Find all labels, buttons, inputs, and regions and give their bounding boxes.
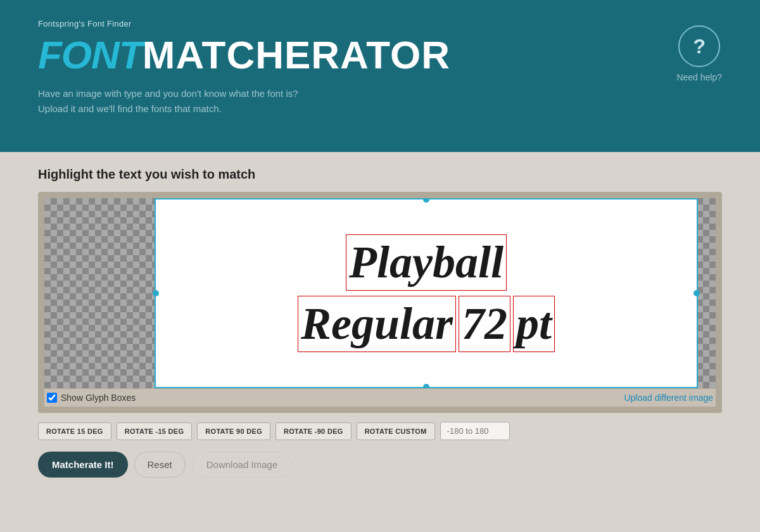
glyph-regular: Regular [298,296,456,352]
upload-different-link[interactable]: Upload different image [624,393,713,403]
image-footer: Show Glyph Boxes Upload different image [44,388,716,407]
download-button[interactable]: Download Image [192,452,293,478]
rotate-90-button[interactable]: ROTATE 90 DEG [197,422,270,440]
handle-top[interactable] [423,198,429,203]
rotate-custom-input[interactable] [440,422,510,440]
show-glyph-checkbox[interactable] [47,393,57,403]
action-row: Matcherate It! Reset Download Image [38,452,722,478]
help-label: Need help? [676,72,722,82]
rotate-15-button[interactable]: ROTATE 15 DEG [38,422,111,440]
logo-matcherator: MATCHERATOR [142,32,450,77]
header-desc-line2: Upload it and we'll find the fonts that … [38,103,222,114]
font-display: Playball Regular 72 pt [285,222,567,365]
rotate-neg90-button[interactable]: ROTATE -90 DEG [276,422,352,440]
handle-right[interactable] [694,290,700,296]
font-line2: Regular 72 pt [298,296,555,352]
show-glyph-text: Show Glyph Boxes [61,393,136,403]
crop-area[interactable]: Playball Regular 72 pt [155,198,698,388]
image-canvas[interactable]: Playball Regular 72 pt [44,198,716,388]
image-container: Playball Regular 72 pt Show Glyph Boxes … [38,192,722,413]
logo-font: FONT [38,32,142,77]
header-content: Fontspring's Font Finder FONT MATCHERATO… [38,19,676,117]
header-subtitle: Fontspring's Font Finder [38,19,676,28]
help-section: ? Need help? [676,25,722,82]
glyph-playball: Playball [346,234,507,291]
glyph-pt: pt [513,296,555,352]
main-content: Highlight the text you wish to match Pla… [0,152,760,532]
handle-bottom[interactable] [423,384,429,388]
header-desc: Have an image with type and you don't kn… [38,86,418,117]
rotate-custom-button[interactable]: ROTATE CUSTOM [357,422,435,440]
font-line1: Playball [298,234,555,291]
header-desc-line1: Have an image with type and you don't kn… [38,88,298,99]
handle-left[interactable] [153,290,159,296]
glyph-72: 72 [459,296,510,352]
rotate-row: ROTATE 15 DEG ROTATE -15 DEG ROTATE 90 D… [38,422,722,440]
matcherate-button[interactable]: Matcherate It! [38,452,128,478]
header-logo: FONT MATCHERATOR [38,32,676,77]
header: Fontspring's Font Finder FONT MATCHERATO… [0,0,760,152]
reset-button[interactable]: Reset [134,452,186,478]
help-button[interactable]: ? [678,25,720,67]
section-title: Highlight the text you wish to match [38,167,722,182]
rotate-neg15-button[interactable]: ROTATE -15 DEG [117,422,193,440]
show-glyph-label[interactable]: Show Glyph Boxes [47,393,136,403]
